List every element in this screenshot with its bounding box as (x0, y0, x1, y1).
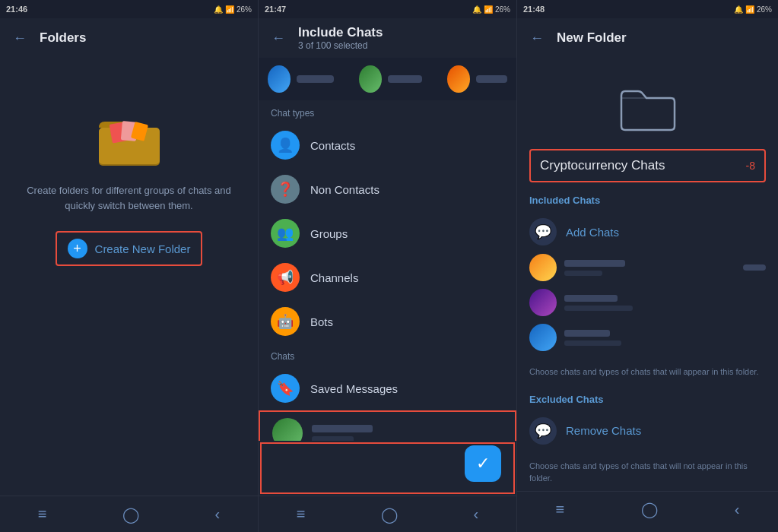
time-3: 21:48 (523, 5, 545, 14)
nav-back-2[interactable]: ‹ (474, 505, 479, 523)
fab-area: ✓ (260, 442, 515, 494)
nav-home-1[interactable]: ◯ (122, 505, 139, 524)
chats-section-label: Chats (259, 344, 516, 366)
back-button-2[interactable]: ← (268, 27, 289, 49)
chat-type-noncontacts[interactable]: ❓ Non Contacts (259, 167, 516, 211)
contacts-label: Contacts (310, 139, 355, 152)
included-avatar-1 (529, 254, 557, 281)
include-chats-subtitle: 3 of 100 selected (298, 40, 383, 51)
bottom-nav-2: ≡ ◯ ‹ (259, 496, 516, 532)
include-chats-header: ← Include Chats 3 of 100 selected (259, 18, 516, 58)
included-name-3 (564, 330, 610, 337)
saved-messages-item[interactable]: 🔖 Saved Messages (259, 366, 516, 410)
selected-avatar-3 (447, 65, 470, 93)
included-avatar-2 (529, 289, 557, 316)
included-sub-1 (564, 271, 602, 276)
excluded-chats-title: Excluded Chats (529, 394, 766, 405)
folders-panel: 21:46 🔔 📶 26% ← Folders (0, 0, 259, 532)
folders-header: ← Folders (0, 18, 258, 58)
status-bar-1: 21:46 🔔 📶 26% (0, 0, 258, 18)
remove-chats-button[interactable]: 💬 Remove Chats (529, 413, 766, 449)
chat-list-item-1[interactable] (260, 412, 515, 441)
included-chat-1[interactable] (529, 250, 766, 285)
notification-icon-3: 🔔 (734, 5, 743, 14)
create-folder-label: Create New Folder (95, 242, 191, 255)
included-sub-2 (564, 306, 633, 311)
include-chats-scroll: Chat types 👤 Contacts ❓ Non Contacts 👥 G… (259, 100, 516, 441)
status-bar-3: 21:48 🔔 📶 26% (517, 0, 778, 18)
status-bar-2: 21:47 🔔 📶 26% (259, 0, 516, 18)
nav-home-3[interactable]: ◯ (641, 500, 658, 518)
included-sub-3 (564, 340, 621, 346)
remove-chats-label: Remove Chats (566, 424, 641, 437)
nav-menu-3[interactable]: ≡ (555, 501, 564, 518)
folder-illustration (95, 111, 164, 168)
included-chats-section: Included Chats 💬 Add Chats (517, 185, 778, 359)
signal-icon-2: 📶 (484, 5, 493, 14)
notification-icon-2: 🔔 (472, 5, 481, 14)
channels-icon: 📢 (271, 263, 300, 292)
chat-type-groups[interactable]: 👥 Groups (259, 211, 516, 255)
time-2: 21:47 (265, 5, 286, 14)
time-1: 21:46 (6, 5, 27, 14)
selected-row-1 (268, 65, 507, 93)
included-avatar-3 (529, 324, 557, 351)
included-extra-1 (743, 264, 766, 271)
nav-menu-1[interactable]: ≡ (38, 505, 47, 523)
included-info-3 (564, 330, 766, 346)
selected-name-3 (476, 75, 507, 83)
selected-avatar-2 (359, 65, 382, 93)
selected-name-2 (388, 75, 423, 83)
battery-3: 26% (757, 5, 772, 14)
nav-back-3[interactable]: ‹ (735, 501, 740, 518)
include-chats-title: Include Chats (298, 25, 383, 40)
nav-menu-2[interactable]: ≡ (297, 505, 306, 523)
battery-1: 26% (237, 5, 252, 14)
included-chat-3[interactable] (529, 320, 766, 355)
groups-label: Groups (310, 227, 348, 240)
add-chats-icon: 💬 (529, 218, 557, 245)
saved-messages-icon: 🔖 (271, 374, 300, 403)
new-folder-title: New Folder (557, 30, 627, 46)
included-info-1 (564, 260, 735, 276)
folders-title: Folders (40, 30, 86, 46)
noncontacts-icon: ❓ (271, 175, 300, 204)
create-folder-plus-icon: + (68, 239, 87, 258)
chat-msg-1 (312, 436, 354, 442)
new-folder-panel: 21:48 🔔 📶 26% ← New Folder Cryptocurrenc… (517, 0, 778, 532)
selected-chats-preview (259, 58, 516, 100)
new-folder-illustration (618, 81, 678, 134)
add-chats-label: Add Chats (566, 226, 619, 239)
nav-back-1[interactable]: ‹ (215, 505, 221, 523)
included-chat-2[interactable] (529, 285, 766, 320)
included-name-2 (564, 295, 618, 302)
included-hint: Choose chats and types of chats that wil… (517, 359, 778, 385)
selected-name-1 (297, 75, 335, 83)
signal-icon-3: 📶 (745, 5, 754, 14)
back-button-3[interactable]: ← (526, 27, 548, 49)
confirm-fab[interactable]: ✓ (465, 445, 501, 482)
noncontacts-label: Non Contacts (310, 183, 379, 196)
chat-info-1 (312, 425, 503, 442)
chat-type-channels[interactable]: 📢 Channels (259, 255, 516, 299)
included-name-1 (564, 260, 625, 267)
chat-type-bots[interactable]: 🤖 Bots (259, 299, 516, 344)
new-folder-svg (618, 81, 678, 134)
back-button-1[interactable]: ← (9, 27, 30, 49)
remove-chats-icon: 💬 (529, 417, 557, 445)
notification-icon: 🔔 (214, 5, 223, 14)
folders-content: Create folders for different groups of c… (0, 58, 258, 496)
groups-icon: 👥 (271, 219, 300, 248)
chat-type-contacts[interactable]: 👤 Contacts (259, 123, 516, 167)
folder-name-input[interactable]: Cryptocurrency Chats -8 (529, 149, 766, 182)
bottom-nav-3: ≡ ◯ ‹ (517, 491, 778, 527)
nav-home-2[interactable]: ◯ (381, 505, 398, 524)
bots-icon: 🤖 (271, 307, 300, 336)
chat-avatar-1 (272, 418, 303, 441)
new-folder-header: ← New Folder (517, 18, 778, 58)
create-folder-button[interactable]: + Create New Folder (56, 231, 203, 266)
bots-label: Bots (310, 315, 333, 328)
add-chats-button[interactable]: 💬 Add Chats (529, 214, 766, 250)
include-chats-panel: 21:47 🔔 📶 26% ← Include Chats 3 of 100 s… (259, 0, 517, 532)
folder-svg (95, 111, 164, 168)
